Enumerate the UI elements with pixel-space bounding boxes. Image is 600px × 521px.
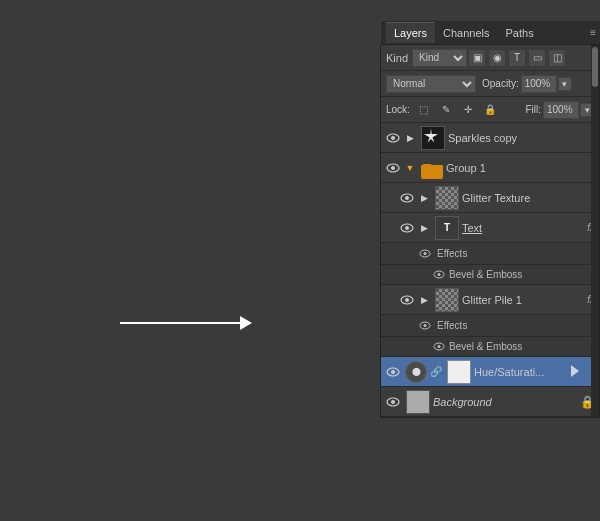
eye-icon-group1[interactable] xyxy=(385,160,401,176)
layer-name-background: Background xyxy=(433,396,580,408)
svg-point-15 xyxy=(424,324,427,327)
lock-label: Lock: xyxy=(386,104,410,115)
sub-bevel-text: Bevel & Emboss xyxy=(381,265,599,285)
panel-tabs: Layers Channels Paths ≡ xyxy=(381,21,600,45)
adjustment-icon-hue-sat: ⬤ xyxy=(405,361,427,383)
layer-thumb-background xyxy=(406,390,430,414)
arrow-line xyxy=(120,322,240,324)
tab-paths[interactable]: Paths xyxy=(498,23,542,43)
layer-thumb-text: T xyxy=(435,216,459,240)
lock-fill-row: Lock: ⬚ ✎ ✛ 🔒 Fill: ▾ xyxy=(381,97,599,123)
svg-point-5 xyxy=(405,196,409,200)
lock-transparent-icon[interactable]: ⬚ xyxy=(415,101,433,119)
scrollbar[interactable] xyxy=(591,45,599,417)
svg-point-13 xyxy=(405,298,409,302)
layer-background[interactable]: Background 🔒 xyxy=(381,387,599,417)
arrow-head xyxy=(240,316,252,330)
cursor-indicator xyxy=(571,365,579,377)
svg-point-17 xyxy=(438,345,441,348)
blend-opacity-row: Normal Opacity: ▾ xyxy=(381,71,599,97)
eye-icon-text[interactable] xyxy=(399,220,415,236)
svg-point-9 xyxy=(424,252,427,255)
svg-point-3 xyxy=(391,166,395,170)
svg-point-11 xyxy=(438,273,441,276)
layer-thumb-glitter-pile xyxy=(435,288,459,312)
eye-icon-effects-glitter[interactable] xyxy=(417,318,433,334)
filter-pixel-icon[interactable]: ▣ xyxy=(468,49,486,67)
layer-arrow-glitter-texture: ▶ xyxy=(417,191,431,205)
eye-icon-background[interactable] xyxy=(385,394,401,410)
bevel-label-text: Bevel & Emboss xyxy=(449,269,522,280)
layer-arrow-sparkles: ▶ xyxy=(403,131,417,145)
sub-bevel-glitter: Bevel & Emboss xyxy=(381,337,599,357)
fill-label: Fill: xyxy=(525,104,541,115)
tab-layers[interactable]: Layers xyxy=(386,22,435,43)
lock-icons: ⬚ ✎ ✛ 🔒 xyxy=(414,101,500,119)
svg-point-1 xyxy=(391,136,395,140)
eye-icon-glitter-pile[interactable] xyxy=(399,292,415,308)
layer-thumb-sparkles xyxy=(421,126,445,150)
filter-adjust-icon[interactable]: ◉ xyxy=(488,49,506,67)
layer-sparkles-copy[interactable]: ▶ Sparkles copy xyxy=(381,123,599,153)
layer-name-text: Text xyxy=(462,222,584,234)
opacity-input[interactable] xyxy=(521,75,557,93)
layer-hue-sat[interactable]: ⬤ 🔗 Hue/Saturati... xyxy=(381,357,599,387)
layer-text[interactable]: ▶ T Text fx xyxy=(381,213,599,243)
layer-glitter-texture[interactable]: ▶ Glitter Texture xyxy=(381,183,599,213)
eye-icon-bevel-text[interactable] xyxy=(431,267,447,283)
sub-effects-text: Effects xyxy=(381,243,599,265)
fill-input[interactable] xyxy=(543,101,579,119)
bevel-label-glitter: Bevel & Emboss xyxy=(449,341,522,352)
effects-label-text: Effects xyxy=(437,248,467,259)
pointer-arrow xyxy=(120,316,252,330)
folder-icon-group1 xyxy=(421,157,443,179)
svg-point-7 xyxy=(405,226,409,230)
lock-paint-icon[interactable]: ✎ xyxy=(437,101,455,119)
tab-channels[interactable]: Channels xyxy=(435,23,497,43)
eye-icon-bevel-glitter[interactable] xyxy=(431,339,447,355)
link-icon-hue-sat: 🔗 xyxy=(429,365,443,379)
kind-select[interactable]: Kind xyxy=(412,49,467,67)
layer-group1[interactable]: ▼ Group 1 xyxy=(381,153,599,183)
layer-glitter-pile[interactable]: ▶ Glitter Pile 1 fx xyxy=(381,285,599,315)
filter-shape-icon[interactable]: ▭ xyxy=(528,49,546,67)
scrollbar-thumb[interactable] xyxy=(592,47,598,87)
eye-icon-effects-text[interactable] xyxy=(417,246,433,262)
layer-thumb-glitter-texture xyxy=(435,186,459,210)
panel-menu-icon[interactable]: ≡ xyxy=(590,27,596,38)
eye-icon-glitter-texture[interactable] xyxy=(399,190,415,206)
layers-list: ▶ Sparkles copy ▼ Group 1 ▶ xyxy=(381,123,599,417)
layer-arrow-group1[interactable]: ▼ xyxy=(403,161,417,175)
blend-mode-select[interactable]: Normal xyxy=(386,75,476,93)
layer-arrow-text: ▶ xyxy=(417,221,431,235)
layer-thumb-hue-sat xyxy=(447,360,471,384)
layers-panel: Layers Channels Paths ≡ Kind Kind ▣ ◉ T … xyxy=(380,45,600,418)
sub-effects-glitter: Effects xyxy=(381,315,599,337)
svg-point-21 xyxy=(391,400,395,404)
svg-point-19 xyxy=(391,370,395,374)
lock-position-icon[interactable]: ✛ xyxy=(459,101,477,119)
kind-label: Kind xyxy=(386,52,408,64)
kind-toolbar-row: Kind Kind ▣ ◉ T ▭ ◫ xyxy=(381,45,599,71)
layer-name-glitter-texture: Glitter Texture xyxy=(462,192,595,204)
layer-name-glitter-pile: Glitter Pile 1 xyxy=(462,294,584,306)
effects-label-glitter: Effects xyxy=(437,320,467,331)
lock-all-icon[interactable]: 🔒 xyxy=(481,101,499,119)
layer-arrow-glitter-pile: ▶ xyxy=(417,293,431,307)
opacity-label: Opacity: xyxy=(482,78,519,89)
eye-icon-sparkles[interactable] xyxy=(385,130,401,146)
opacity-dropdown-icon[interactable]: ▾ xyxy=(558,77,572,91)
filter-type-icon[interactable]: T xyxy=(508,49,526,67)
eye-icon-hue-sat[interactable] xyxy=(385,364,401,380)
filter-smart-icon[interactable]: ◫ xyxy=(548,49,566,67)
layer-name-sparkles: Sparkles copy xyxy=(448,132,595,144)
layer-name-group1: Group 1 xyxy=(446,162,595,174)
